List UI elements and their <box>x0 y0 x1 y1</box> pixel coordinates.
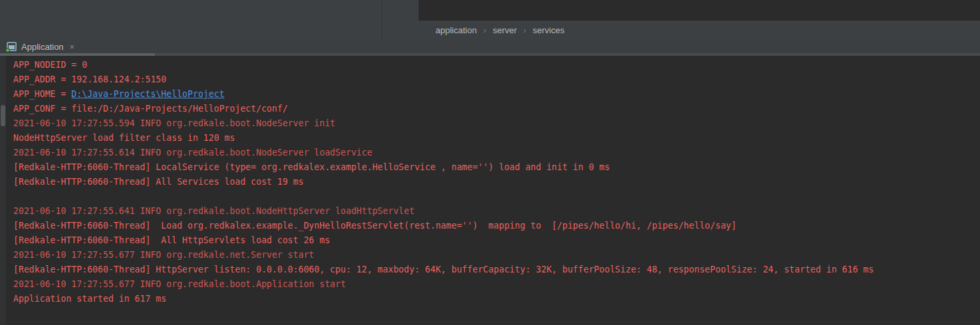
breadcrumb: application›server›services <box>435 21 564 40</box>
breadcrumb-separator: › <box>483 26 486 35</box>
breadcrumb-item-application[interactable]: application <box>435 25 477 35</box>
tab-application[interactable]: Application × <box>3 40 78 53</box>
console-line <box>13 189 980 204</box>
console-line: [Redkale-HTTP:6060-Thread] LocalService … <box>13 160 980 175</box>
console-line: 2021-06-10 17:27:55.614 INFO org.redkale… <box>13 146 980 160</box>
run-console: APP_NODEID = 0APP_ADDR = 192.168.124.2:5… <box>0 56 980 325</box>
breadcrumb-separator: › <box>523 26 526 35</box>
breadcrumb-item-server[interactable]: server <box>493 25 517 35</box>
console-line: Application started in 617 ms <box>13 292 980 306</box>
console-line: APP_CONF = file:/D:/Java-Projects/HelloP… <box>13 102 980 116</box>
console-line: [Redkale-HTTP:6060-Thread] HttpServer li… <box>13 263 980 277</box>
run-tab-bar: Application × <box>0 40 980 56</box>
console-line: 2021-06-10 17:27:55.641 INFO org.redkale… <box>13 204 980 219</box>
tab-application-label: Application <box>21 42 64 52</box>
panel-divider <box>382 0 382 40</box>
console-line: APP_ADDR = 192.168.124.2:5150 <box>13 72 980 87</box>
console-scrollbar-track <box>0 56 6 325</box>
run-console-icon <box>7 42 17 51</box>
console-line: NodeHttpServer load filter class in 120 … <box>13 131 980 146</box>
console-line: [Redkale-HTTP:6060-Thread] Load org.redk… <box>13 219 980 233</box>
breadcrumb-item-services[interactable]: services <box>533 25 564 35</box>
console-line: [Redkale-HTTP:6060-Thread] All Services … <box>13 175 980 189</box>
close-icon[interactable]: × <box>70 43 75 51</box>
console-line: 2021-06-10 17:27:55.594 INFO org.redkale… <box>13 116 980 131</box>
running-indicator-icon <box>5 48 10 53</box>
console-output: APP_NODEID = 0APP_ADDR = 192.168.124.2:5… <box>0 56 980 325</box>
console-line: [Redkale-HTTP:6060-Thread] All HttpServl… <box>13 233 980 248</box>
console-line: 2021-06-10 17:27:55.677 INFO org.redkale… <box>13 277 980 292</box>
console-line: APP_HOME = D:\Java-Projects\HelloProject <box>13 87 980 102</box>
editor-background <box>418 0 980 21</box>
header-panel: application›server›services <box>0 0 980 40</box>
console-scrollbar-thumb[interactable] <box>1 105 5 126</box>
app-home-link[interactable]: D:\Java-Projects\HelloProject <box>71 89 224 99</box>
console-line: 2021-06-10 17:27:55.677 INFO org.redkale… <box>13 248 980 263</box>
console-line: APP_NODEID = 0 <box>13 58 980 72</box>
